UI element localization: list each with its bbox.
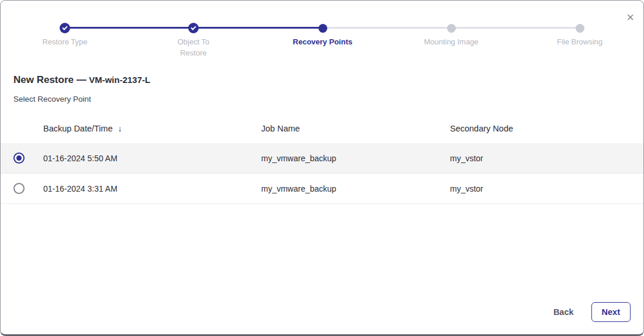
check-icon xyxy=(191,25,196,30)
wizard-stepper: Restore Type Object To Restore Recovery … xyxy=(1,1,643,60)
back-button[interactable]: Back xyxy=(553,307,574,317)
dialog-footer: Back Next xyxy=(553,302,631,322)
table-row[interactable]: 01-16-2024 3:31 AM my_vmware_backup my_v… xyxy=(1,174,643,204)
check-icon xyxy=(62,25,67,30)
cell-backup-datetime: 01-16-2024 5:50 AM xyxy=(43,154,261,163)
radio-selected-icon[interactable] xyxy=(13,153,25,164)
step-recovery-points[interactable]: Recovery Points xyxy=(264,36,381,47)
step-upcoming-dot xyxy=(447,24,456,33)
step-upcoming-dot xyxy=(576,24,584,33)
cell-secondary-node: my_vstor xyxy=(450,184,643,193)
sort-descending-icon[interactable]: ↓ xyxy=(118,124,122,133)
table-header: Backup Date/Time↓ Job Name Secondary Nod… xyxy=(1,114,643,143)
recovery-points-table: Backup Date/Time↓ Job Name Secondary Nod… xyxy=(1,114,643,204)
column-header-secondary-node[interactable]: Secondary Node xyxy=(450,124,643,133)
radio-cell xyxy=(13,183,43,194)
new-restore-dialog: × Restore Type Object To Restore Recover… xyxy=(0,0,644,336)
step-object-to-restore[interactable]: Object To Restore xyxy=(167,36,220,58)
step-check-icon xyxy=(188,23,199,33)
page-title: New Restore — VM-win-2137-L xyxy=(13,74,631,86)
subtitle: Select Recovery Point xyxy=(13,95,631,103)
table-row[interactable]: 01-16-2024 5:50 AM my_vmware_backup my_v… xyxy=(1,143,643,174)
step-check-icon xyxy=(60,23,70,33)
vm-name: VM-win-2137-L xyxy=(89,75,150,85)
radio-cell xyxy=(13,153,43,164)
cell-backup-datetime: 01-16-2024 3:31 AM xyxy=(43,184,261,193)
step-active-dot xyxy=(318,24,327,33)
next-button[interactable]: Next xyxy=(591,302,631,322)
step-mounting-image[interactable]: Mounting Image xyxy=(393,36,510,47)
dialog-title: New Restore — xyxy=(13,74,86,85)
step-restore-type[interactable]: Restore Type xyxy=(6,36,123,47)
step-file-browsing[interactable]: File Browsing xyxy=(521,36,638,47)
column-header-job-name[interactable]: Job Name xyxy=(261,124,450,133)
cell-secondary-node: my_vstor xyxy=(450,154,643,163)
column-label: Backup Date/Time xyxy=(43,124,113,133)
cell-job-name: my_vmware_backup xyxy=(261,184,450,193)
radio-unselected-icon[interactable] xyxy=(13,183,25,194)
cell-job-name: my_vmware_backup xyxy=(261,154,450,163)
column-header-backup-datetime[interactable]: Backup Date/Time↓ xyxy=(43,124,261,133)
